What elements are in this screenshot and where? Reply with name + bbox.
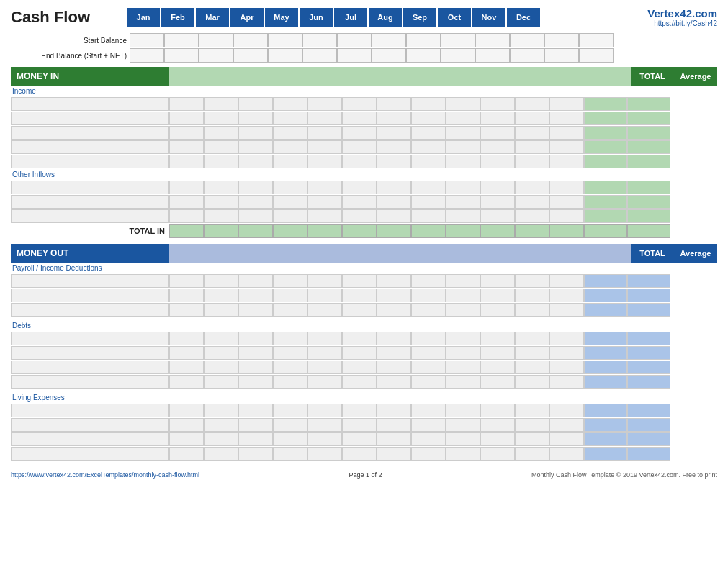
row-label-cell[interactable] [11,404,169,417]
total-cell[interactable] [584,447,627,461]
total-cell[interactable] [584,274,627,288]
data-cell[interactable] [169,209,204,223]
data-cell[interactable] [342,289,377,302]
total-cell[interactable] [584,126,627,140]
balance-cell[interactable] [441,33,475,47]
data-cell[interactable] [549,209,584,223]
data-cell[interactable] [411,361,446,374]
data-cell[interactable] [273,418,307,432]
data-cell[interactable] [307,418,342,432]
data-cell[interactable] [238,418,273,432]
total-cell[interactable] [584,332,627,345]
row-label-cell[interactable] [11,447,169,461]
avg-cell[interactable] [627,112,670,125]
data-cell[interactable] [169,361,204,374]
row-label-cell[interactable] [11,126,169,140]
data-cell[interactable] [377,112,411,125]
data-cell[interactable] [238,361,273,374]
month-tab-oct[interactable]: Oct [437,7,472,27]
data-cell[interactable] [169,332,204,345]
total-in-cell[interactable] [342,224,377,238]
data-cell[interactable] [169,155,204,168]
total-in-cell[interactable] [549,224,584,238]
data-cell[interactable] [273,126,307,140]
balance-cell[interactable] [199,48,233,63]
data-cell[interactable] [480,375,515,389]
data-cell[interactable] [549,195,584,209]
data-cell[interactable] [411,332,446,345]
row-label-cell[interactable] [11,209,169,223]
avg-cell[interactable] [627,361,670,374]
data-cell[interactable] [204,404,238,417]
data-cell[interactable] [238,97,273,111]
data-cell[interactable] [204,418,238,432]
data-cell[interactable] [238,289,273,302]
data-cell[interactable] [204,289,238,302]
data-cell[interactable] [446,126,480,140]
data-cell[interactable] [238,112,273,125]
total-cell[interactable] [584,209,627,223]
month-tab-jun[interactable]: Jun [299,7,333,27]
data-cell[interactable] [204,181,238,194]
balance-cell[interactable] [544,33,579,47]
data-cell[interactable] [549,155,584,168]
data-cell[interactable] [169,126,204,140]
data-cell[interactable] [273,361,307,374]
data-cell[interactable] [238,181,273,194]
data-cell[interactable] [169,346,204,360]
data-cell[interactable] [307,126,342,140]
data-cell[interactable] [342,140,377,154]
data-cell[interactable] [411,209,446,223]
data-cell[interactable] [411,112,446,125]
total-in-cell[interactable] [273,224,307,238]
month-tab-may[interactable]: May [264,7,299,27]
data-cell[interactable] [411,126,446,140]
data-cell[interactable] [515,195,549,209]
total-cell[interactable] [584,181,627,194]
total-cell[interactable] [584,112,627,125]
data-cell[interactable] [238,140,273,154]
data-cell[interactable] [307,432,342,446]
data-cell[interactable] [549,97,584,111]
avg-cell[interactable] [627,404,670,417]
avg-cell[interactable] [627,432,670,446]
balance-cell[interactable] [510,33,544,47]
data-cell[interactable] [169,447,204,461]
data-cell[interactable] [204,112,238,125]
avg-cell[interactable] [627,346,670,360]
data-cell[interactable] [169,289,204,302]
data-cell[interactable] [204,155,238,168]
data-cell[interactable] [549,140,584,154]
data-cell[interactable] [515,303,549,317]
data-cell[interactable] [446,303,480,317]
total-in-cell[interactable] [446,224,480,238]
total-in-avg[interactable] [627,224,670,238]
data-cell[interactable] [515,346,549,360]
data-cell[interactable] [169,274,204,288]
row-label-cell[interactable] [11,140,169,154]
data-cell[interactable] [515,274,549,288]
data-cell[interactable] [342,447,377,461]
data-cell[interactable] [342,274,377,288]
data-cell[interactable] [480,140,515,154]
data-cell[interactable] [273,181,307,194]
month-tab-aug[interactable]: Aug [368,7,403,27]
row-label-cell[interactable] [11,181,169,194]
balance-cell[interactable] [372,33,406,47]
data-cell[interactable] [204,375,238,389]
balance-cell[interactable] [233,33,268,47]
data-cell[interactable] [273,432,307,446]
data-cell[interactable] [446,97,480,111]
data-cell[interactable] [549,404,584,417]
avg-cell[interactable] [627,209,670,223]
data-cell[interactable] [238,332,273,345]
data-cell[interactable] [411,447,446,461]
data-cell[interactable] [204,346,238,360]
balance-cell[interactable] [268,48,302,63]
balance-cell[interactable] [544,48,579,63]
data-cell[interactable] [411,181,446,194]
data-cell[interactable] [342,303,377,317]
data-cell[interactable] [342,375,377,389]
data-cell[interactable] [480,404,515,417]
data-cell[interactable] [549,418,584,432]
